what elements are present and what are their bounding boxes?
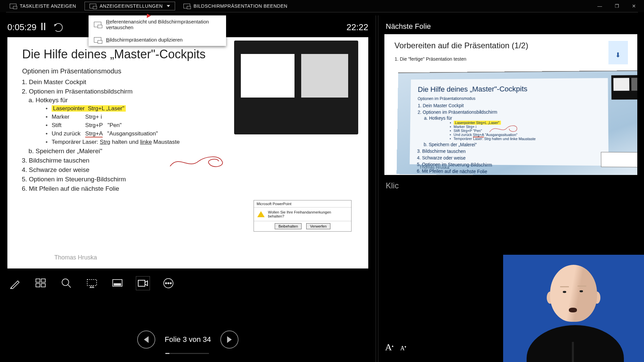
slide-item-6: Mit Pfeilen auf die nächste Folie [29, 185, 354, 192]
photo-monitor-icon [611, 75, 637, 100]
notes-placeholder[interactable]: Klic [386, 181, 399, 190]
svg-rect-3 [41, 284, 45, 287]
dialog-discard-button[interactable]: Verwerfen [306, 223, 330, 229]
svg-point-10 [165, 283, 167, 284]
show-taskbar-label: TASKLEISTE ANZEIGEN [20, 3, 76, 9]
svg-point-4 [62, 279, 69, 286]
pane-divider[interactable] [376, 15, 378, 362]
photo-slide-subtitle: Optionen im Präsentationsmodus [418, 96, 600, 101]
decrease-font-button[interactable]: A▾ [400, 345, 406, 352]
black-screen-button[interactable] [85, 277, 99, 290]
next-slide-header: Nächste Folie [386, 22, 637, 31]
taskbar-icon [10, 4, 16, 8]
slide-item-4: Schwarze oder weise [29, 166, 354, 174]
maximize-button[interactable]: ❐ [615, 3, 619, 9]
svg-rect-1 [41, 279, 45, 282]
photo-hk-temp: Temporärer Laser: Strg halten und linke … [450, 137, 601, 141]
photo-item-1: Dein Master Cockpit [423, 102, 600, 108]
more-options-button[interactable] [162, 277, 175, 290]
next-slide-bullet-1: Die "fertige" Präsentation testen [400, 56, 627, 62]
elapsed-time: 0:05:29 [7, 22, 37, 33]
next-slide-title: Vorbereiten auf die Präsentation (1/2) [394, 41, 627, 50]
slide-item-2b: Speichern der „Malerei" [36, 147, 354, 155]
svg-rect-0 [36, 279, 40, 282]
slide-author: Thomas Hruska [54, 254, 97, 261]
chevron-down-icon [167, 5, 170, 7]
hotkey-temp-laser: Temporärer Laser: Strg halten und linke … [46, 139, 354, 145]
end-slideshow-label: BILDSCHIRMPRÄSENTATION BEENDEN [194, 3, 287, 9]
chevron-left-icon [144, 336, 149, 343]
slide-progress-bar [165, 353, 209, 354]
display-settings-dropdown: Referentenansicht und Bildschirmpräsenta… [89, 15, 226, 46]
zoom-tool-button[interactable] [60, 277, 73, 290]
photo-author: Thomas Hruska [419, 165, 449, 170]
previous-slide-button[interactable] [137, 330, 155, 349]
dialog-keep-button[interactable]: Beibehalten [275, 223, 302, 229]
dialog-message: Wollen Sie Ihre Freihandanmerkungen beha… [268, 210, 348, 218]
next-slide-graphic [608, 41, 628, 64]
minimize-button[interactable]: — [597, 3, 602, 9]
svg-point-11 [168, 283, 169, 284]
swap-presenter-view-item[interactable]: Referentenansicht und Bildschirmpräsenta… [89, 15, 226, 34]
wall-clock: 22:22 [346, 22, 368, 33]
see-all-slides-button[interactable] [34, 277, 48, 290]
pause-timer-button[interactable] [41, 22, 46, 33]
photo-hk-pen: Stift Strg+P "Pen" [450, 129, 601, 133]
svg-rect-2 [36, 284, 40, 287]
close-button[interactable]: ✕ [632, 3, 636, 9]
svg-rect-7 [114, 284, 121, 285]
next-slide-preview[interactable]: Vorbereiten auf die Präsentation (1/2) D… [384, 34, 637, 175]
swap-displays-icon [94, 22, 101, 27]
current-slide[interactable]: Die Hilfe deines „Master"-Cockpits Optio… [7, 37, 368, 268]
svg-point-12 [170, 283, 171, 284]
next-slide-photo: Die Hilfe deines „Master"-Cockpits Optio… [396, 70, 637, 175]
subtitle-toggle-button[interactable] [111, 277, 124, 290]
dialog-title: Microsoft PowerPoint [254, 200, 351, 207]
next-slide-button[interactable] [220, 330, 238, 349]
duplicate-slideshow-item[interactable]: Bildschirmpräsentation duplizieren [89, 34, 226, 46]
photo-dialog [601, 152, 637, 167]
increase-font-button[interactable]: A▴ [385, 342, 393, 353]
warning-icon [257, 211, 265, 217]
photo-item-3: Bildschirme tauschen [422, 148, 601, 155]
presenter-webcam[interactable] [503, 255, 644, 362]
svg-rect-5 [87, 280, 97, 286]
camera-toggle-button[interactable] [136, 277, 150, 290]
slide-item-3: Bildschirme tauschen [29, 157, 354, 164]
pen-tool-button[interactable] [9, 277, 22, 290]
reset-timer-button[interactable] [54, 23, 63, 32]
photo-ink-scribble-icon [489, 122, 519, 135]
slide-counter: Folie 3 von 34 [165, 335, 211, 344]
display-settings-icon [90, 4, 96, 8]
display-settings-button[interactable]: ANZEIGEEINSTELLUNGEN [85, 2, 175, 10]
end-slideshow-button[interactable]: BILDSCHIRMPRÄSENTATION BEENDEN [178, 2, 292, 10]
duplicate-displays-icon [94, 37, 101, 43]
ink-save-dialog: Microsoft PowerPoint Wollen Sie Ihre Fre… [254, 200, 352, 232]
show-taskbar-button[interactable]: TASKLEISTE ANZEIGEN [5, 2, 81, 10]
svg-rect-8 [138, 280, 145, 286]
photo-hk-laser: Laserpointer Strg+L „Laser" [450, 121, 601, 125]
duplicate-slideshow-label: Bildschirmpräsentation duplizieren [106, 37, 182, 43]
embedded-screenshot [234, 41, 358, 134]
display-settings-label: ANZEIGEEINSTELLUNGEN [100, 3, 163, 9]
chevron-right-icon [227, 336, 232, 343]
photo-hk-back: Und zurück Strg+A "Ausgangssituation" [450, 133, 601, 137]
end-slideshow-icon [183, 4, 190, 8]
swap-presenter-view-label: Referentenansicht und Bildschirmpräsenta… [106, 19, 221, 30]
slide-item-5: Optionen im Steuerung-Bildschirm [29, 176, 354, 183]
photo-item-4: Schwarze oder weise [422, 155, 601, 162]
photo-hk-marker: Marker Strg+ i [450, 125, 601, 129]
photo-item-2b: Speichern der „Malerei" [429, 142, 601, 148]
photo-slide-title: Die Hilfe deines „Master"-Cockpits [418, 84, 600, 94]
